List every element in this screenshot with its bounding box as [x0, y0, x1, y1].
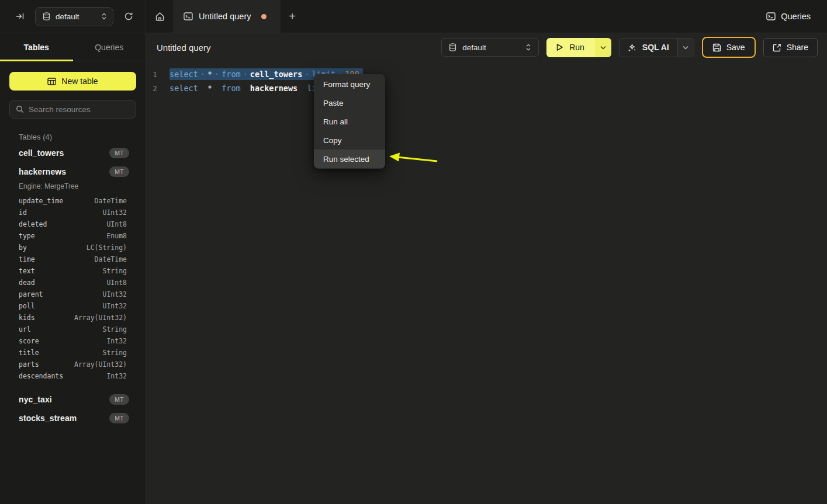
table-item-stocks_stream[interactable]: stocks_streamMT: [9, 409, 136, 427]
sql-ai-main[interactable]: SQL AI: [620, 39, 677, 57]
sidebar-tab-queries[interactable]: Queries: [73, 33, 146, 61]
column-row: parentUInt32: [9, 289, 136, 300]
unsaved-changes-dot: [261, 14, 267, 19]
collapse-sidebar-button[interactable]: [13, 9, 27, 23]
engine-badge: MT: [109, 413, 129, 423]
column-name: title: [19, 349, 39, 357]
whitespace: ·: [212, 69, 222, 79]
run-options-caret[interactable]: [595, 38, 611, 57]
database-selector[interactable]: default: [35, 7, 113, 26]
top-bar: default: [0, 0, 827, 33]
column-row: idUInt32: [9, 207, 136, 218]
whitespace: ·: [302, 69, 312, 79]
table-name: stocks_stream: [19, 413, 77, 423]
share-button[interactable]: Share: [763, 38, 818, 57]
column-row: deadUInt8: [9, 277, 136, 289]
run-label: Run: [569, 43, 584, 52]
column-row: pollUInt32: [9, 300, 136, 312]
engine-badge: MT: [109, 166, 129, 177]
context-menu-item-run-all[interactable]: Run all: [314, 112, 385, 131]
engine-badge: MT: [109, 394, 129, 405]
topbar-right: Queries: [766, 0, 827, 33]
table-item-nyc_taxi[interactable]: nyc_taxiMT: [9, 390, 136, 409]
new-table-button[interactable]: New table: [9, 72, 136, 91]
code-line[interactable]: 2select * from hackernews limit: [146, 81, 827, 95]
save-button[interactable]: Save: [702, 37, 756, 58]
new-table-label: New table: [61, 77, 98, 86]
run-button-main[interactable]: Run: [546, 38, 595, 57]
sidebar-content: New table Tables (4) cell_towersMThacker…: [0, 61, 146, 427]
context-menu-item-run-selected[interactable]: Run selected: [314, 150, 385, 168]
sql-editor[interactable]: 1select·*·from·cell_towers·limit·1002sel…: [146, 61, 827, 504]
queries-button[interactable]: Queries: [766, 12, 811, 21]
token-ident: cell_towers: [250, 69, 302, 79]
column-name: parts: [19, 360, 39, 369]
column-name: time: [19, 255, 35, 263]
column-row: descendantsInt32: [9, 370, 136, 382]
tab-strip: Untitled query +: [146, 0, 766, 33]
token-kw: select: [169, 84, 198, 93]
home-icon: [155, 12, 165, 22]
sidebar-tabs: Tables Queries: [0, 33, 146, 61]
table-item-hackernews[interactable]: hackernewsMT: [9, 162, 136, 181]
column-type: Enum8: [106, 232, 127, 240]
column-type: UInt8: [106, 279, 127, 287]
column-type: LC(String): [86, 244, 127, 252]
column-name: update_time: [19, 197, 63, 205]
share-icon: [773, 43, 781, 52]
column-name: poll: [19, 302, 35, 310]
column-row: partsArray(UInt32): [9, 359, 136, 370]
whitespace: [198, 84, 207, 93]
whitespace: ·: [241, 69, 250, 79]
save-label: Save: [726, 43, 745, 52]
search-input[interactable]: [29, 105, 130, 114]
database-selector-value: default: [56, 12, 96, 21]
column-name: score: [19, 337, 39, 345]
token-kw: from: [222, 84, 241, 93]
column-row: byLC(String): [9, 242, 136, 253]
column-row: deletedUInt8: [9, 218, 136, 230]
column-type: String: [102, 349, 127, 357]
tab-untitled-query[interactable]: Untitled query: [173, 0, 281, 33]
sql-ai-button[interactable]: SQL AI: [619, 38, 694, 57]
sparkles-icon: [628, 43, 636, 52]
column-name: type: [19, 232, 35, 240]
table-item-cell_towers[interactable]: cell_towersMT: [9, 144, 136, 162]
column-name: url: [19, 325, 31, 333]
query-database-value: default: [462, 43, 520, 52]
column-name: parent: [19, 290, 43, 298]
share-label: Share: [787, 43, 808, 52]
column-row: textString: [9, 265, 136, 277]
context-menu-item-copy[interactable]: Copy: [314, 131, 385, 150]
column-row: timeDateTime: [9, 253, 136, 265]
context-menu-item-paste[interactable]: Paste: [314, 93, 385, 112]
column-type: DateTime: [95, 255, 127, 263]
table-engine-label: Engine: MergeTree: [9, 181, 136, 195]
context-menu-item-format-query[interactable]: Format query: [314, 75, 385, 93]
column-row: urlString: [9, 324, 136, 335]
run-button[interactable]: Run: [546, 38, 611, 57]
plus-icon: +: [289, 10, 296, 23]
refresh-button[interactable]: [122, 9, 136, 23]
column-type: UInt32: [102, 208, 127, 217]
new-tab-button[interactable]: +: [281, 0, 304, 33]
column-type: UInt32: [102, 302, 127, 310]
column-type: UInt8: [106, 220, 127, 228]
whitespace: [241, 84, 250, 93]
column-type: Int32: [106, 337, 127, 345]
updown-chevron-icon: [101, 12, 107, 20]
whitespace: ·: [198, 69, 207, 79]
code-line[interactable]: 1select·*·from·cell_towers·limit·100: [146, 67, 827, 81]
column-type: DateTime: [95, 197, 127, 205]
sidebar-tab-tables[interactable]: Tables: [0, 33, 73, 61]
main-panel: Untitled query default: [146, 33, 827, 504]
token-kw: from: [222, 69, 241, 79]
column-name: text: [19, 267, 35, 275]
tab-label: Untitled query: [199, 12, 251, 21]
query-database-selector[interactable]: default: [441, 38, 539, 57]
database-icon: [43, 12, 50, 21]
sql-ai-caret[interactable]: [677, 39, 694, 57]
whitespace: [297, 84, 307, 93]
column-type: String: [102, 267, 127, 275]
home-button[interactable]: [146, 0, 173, 33]
